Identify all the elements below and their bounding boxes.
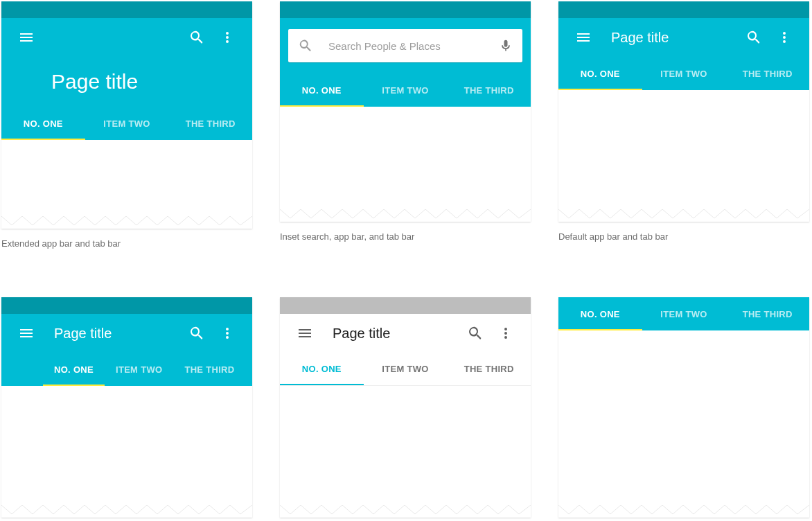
tab-bar: NO. ONE ITEM TWO THE THIRD (558, 57, 809, 90)
tab-bar: NO. ONE ITEM TWO THE THIRD (280, 353, 531, 386)
search-icon[interactable] (183, 319, 211, 347)
more-icon[interactable] (213, 319, 241, 347)
mic-icon[interactable] (499, 39, 513, 53)
menu-icon[interactable] (291, 319, 319, 347)
search-icon[interactable] (461, 319, 489, 347)
page-title: Page title (54, 326, 183, 342)
status-bar (280, 1, 531, 18)
card-default-appbar: Page title NO. ONE ITEM TWO THE THIRD (558, 1, 809, 222)
tab-bar: NO. ONE ITEM TWO THE THIRD (558, 297, 809, 330)
app-bar: Page title (1, 314, 252, 353)
content-area (1, 140, 252, 216)
tab-bar: NO. ONE ITEM TWO THE THIRD (1, 107, 252, 140)
search-placeholder: Search People & Places (328, 40, 499, 52)
tab-three[interactable]: THE THIRD (173, 353, 245, 386)
caption: Default app bar and tab bar (558, 231, 809, 242)
torn-edge (558, 209, 809, 222)
more-icon[interactable] (492, 319, 520, 347)
menu-icon[interactable] (12, 24, 40, 51)
content-area (558, 330, 809, 505)
search-input[interactable]: Search People & Places (288, 29, 522, 62)
card-locked-tabs: NO. ONE ITEM TWO THE THIRD (558, 297, 809, 518)
tab-two[interactable]: ITEM TWO (642, 57, 726, 90)
page-title: Page title (1, 57, 252, 107)
caption: Extended app bar and tab bar (1, 238, 252, 249)
caption: Inset search, app bar, and tab bar (280, 231, 531, 242)
page-title: Page title (611, 30, 740, 46)
content-area (280, 386, 531, 505)
status-bar (1, 297, 252, 314)
tab-bar: NO. ONE ITEM TWO THE THIRD (280, 73, 531, 107)
status-bar (1, 1, 252, 18)
content-area (280, 107, 531, 209)
torn-edge (280, 209, 531, 222)
tab-one[interactable]: NO. ONE (280, 73, 364, 107)
content-area (1, 386, 252, 505)
tab-bar-scrollable[interactable]: NO. ONE ITEM TWO THE THIRD (1, 353, 252, 386)
card-extended-appbar: Page title NO. ONE ITEM TWO THE THIRD (1, 1, 252, 229)
content-area (558, 90, 809, 209)
tab-two[interactable]: ITEM TWO (642, 297, 726, 330)
menu-icon[interactable] (570, 24, 597, 51)
search-wrap: Search People & Places (280, 18, 531, 73)
tab-one[interactable]: NO. ONE (43, 353, 105, 386)
torn-edge (558, 505, 809, 518)
search-icon[interactable] (183, 24, 211, 51)
search-icon (298, 38, 313, 53)
card-scrollable-tabs: Page title NO. ONE ITEM TWO THE THIRD (1, 297, 252, 518)
app-bar (1, 18, 252, 57)
tab-two[interactable]: ITEM TWO (364, 73, 448, 107)
torn-edge (1, 505, 252, 518)
tab-one[interactable]: NO. ONE (558, 297, 642, 330)
tab-three[interactable]: THE THIRD (168, 107, 252, 140)
app-bar: Page title (558, 18, 809, 57)
page-title: Page title (333, 326, 461, 342)
torn-edge (280, 505, 531, 518)
tab-one[interactable]: NO. ONE (1, 107, 85, 140)
tab-one[interactable]: NO. ONE (280, 353, 364, 385)
tab-two[interactable]: ITEM TWO (105, 353, 173, 386)
search-icon[interactable] (740, 24, 768, 51)
card-light-tabs: Page title NO. ONE ITEM TWO THE THIRD (280, 297, 531, 518)
tab-three[interactable]: THE THIRD (447, 353, 531, 385)
torn-edge (1, 216, 252, 229)
app-bar: Page title (280, 314, 531, 353)
tab-two[interactable]: ITEM TWO (364, 353, 448, 385)
card-inset-search: Search People & Places NO. ONE ITEM TWO … (280, 1, 531, 222)
status-bar (280, 297, 531, 314)
more-icon[interactable] (213, 24, 241, 51)
tab-two[interactable]: ITEM TWO (85, 107, 169, 140)
tab-one[interactable]: NO. ONE (558, 57, 642, 90)
tab-three[interactable]: THE THIRD (447, 73, 531, 107)
more-icon[interactable] (770, 24, 798, 51)
tab-three[interactable]: THE THIRD (725, 57, 809, 90)
menu-icon[interactable] (12, 319, 40, 347)
tab-three[interactable]: THE THIRD (725, 297, 809, 330)
status-bar (558, 1, 809, 18)
